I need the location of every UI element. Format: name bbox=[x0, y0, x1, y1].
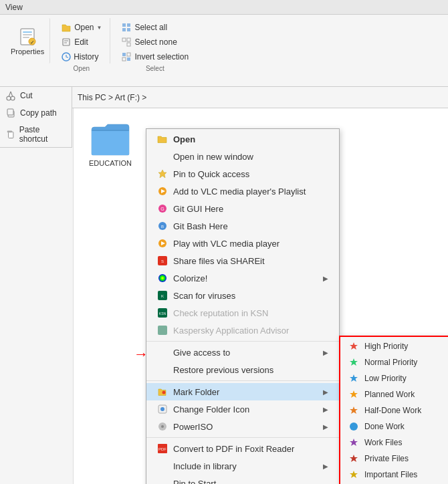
svg-point-60 bbox=[350, 422, 358, 431]
planned-work-icon bbox=[348, 389, 359, 400]
svg-text:G: G bbox=[160, 207, 164, 211]
menu-change-icon-label: Change Folder Icon bbox=[173, 404, 249, 414]
sidebar bbox=[0, 108, 74, 484]
properties-label: Properties bbox=[11, 47, 44, 55]
menu-pin-start-label: Pin to Start bbox=[173, 479, 216, 485]
invert-selection-button[interactable]: Invert selection bbox=[118, 50, 191, 64]
menu-poweriso-label: PowerISO bbox=[173, 422, 213, 432]
menu-colorize-label: Colorize! bbox=[173, 273, 207, 283]
select-group-label: Select bbox=[118, 65, 191, 72]
svg-rect-18 bbox=[127, 57, 130, 61]
ribbon-top-bar: View bbox=[0, 0, 448, 15]
menu-item-vlc-play[interactable]: Play with VLC media player bbox=[146, 235, 339, 252]
svg-rect-11 bbox=[127, 23, 130, 27]
submenu-private-files[interactable]: Private Files bbox=[340, 451, 448, 467]
menu-vlc-playlist-label: Add to VLC media player's Playlist bbox=[173, 187, 306, 197]
menu-item-open-new-window[interactable]: Open in new window bbox=[146, 148, 339, 165]
menu-item-restore-versions[interactable]: Restore previous versions bbox=[146, 361, 339, 378]
menu-item-give-access[interactable]: Give access to ▶ bbox=[146, 344, 339, 361]
menu-vlc-play-label: Play with VLC media player bbox=[173, 239, 279, 249]
menu-item-change-icon[interactable]: Change Folder Icon ▶ bbox=[146, 400, 339, 418]
menu-item-vlc-playlist[interactable]: Add to VLC media player's Playlist bbox=[146, 183, 339, 200]
menu-open-label: Open bbox=[173, 134, 195, 144]
svg-marker-57 bbox=[350, 374, 358, 382]
submenu-done-work[interactable]: Done Work bbox=[340, 418, 448, 435]
svg-text:✓: ✓ bbox=[30, 39, 35, 45]
submenu-low-priority[interactable]: Low Priority bbox=[340, 370, 448, 386]
change-icon-icon bbox=[157, 404, 168, 414]
cut-button[interactable]: Cut bbox=[0, 87, 72, 104]
svg-rect-44 bbox=[158, 326, 167, 335]
normal-priority-icon bbox=[348, 357, 359, 368]
history-button[interactable]: History bbox=[58, 50, 104, 64]
address-path: This PC > Art (F:) > bbox=[78, 93, 146, 102]
svg-rect-3 bbox=[23, 37, 29, 38]
scan-virus-icon: K bbox=[157, 290, 168, 301]
menu-item-shareit[interactable]: S Share files via SHAREit bbox=[146, 252, 339, 269]
open-dropdown-arrow: ▼ bbox=[97, 25, 102, 31]
menu-item-pin-quick[interactable]: Pin to Quick access bbox=[146, 165, 339, 183]
svg-marker-63 bbox=[350, 471, 358, 478]
shareit-icon: S bbox=[157, 255, 168, 266]
submenu-important-files-label: Important Files bbox=[364, 470, 417, 479]
give-access-icon bbox=[157, 347, 168, 358]
invert-selection-icon bbox=[121, 51, 132, 62]
folder-item[interactable]: EDUCATION bbox=[84, 122, 137, 167]
menu-item-pin-start[interactable]: Pin to Start bbox=[146, 475, 339, 484]
copy-path-button[interactable]: Copy path bbox=[0, 104, 72, 122]
menu-item-convert-pdf[interactable]: PDF Convert to PDF in Foxit Reader bbox=[146, 440, 339, 457]
menu-item-git-gui[interactable]: G Git GUI Here bbox=[146, 200, 339, 217]
svg-text:S: S bbox=[161, 259, 164, 263]
git-bash-icon: B bbox=[157, 221, 168, 231]
svg-point-47 bbox=[160, 407, 164, 411]
pin-start-icon bbox=[157, 478, 168, 484]
submenu-normal-priority[interactable]: Normal Priority bbox=[340, 354, 448, 370]
submenu-high-priority-label: High Priority bbox=[364, 342, 408, 351]
menu-item-check-reputation[interactable]: KSN Check reputation in KSN bbox=[146, 304, 339, 322]
svg-rect-13 bbox=[127, 28, 130, 31]
svg-rect-14 bbox=[122, 38, 126, 41]
menu-item-colorize[interactable]: Colorize! ▶ bbox=[146, 269, 339, 287]
menu-item-scan-virus[interactable]: K Scan for viruses bbox=[146, 287, 339, 304]
colorize-icon bbox=[157, 273, 168, 283]
submenu-half-done[interactable]: Half-Done Work bbox=[340, 402, 448, 418]
svg-rect-26 bbox=[7, 109, 13, 115]
separator-3 bbox=[146, 437, 339, 438]
svg-rect-1 bbox=[23, 31, 32, 33]
menu-item-poweriso[interactable]: PowerISO ▶ bbox=[146, 418, 339, 435]
svg-rect-19 bbox=[127, 53, 130, 56]
main-content: EDUCATION → Open Open in new window Pin … bbox=[74, 108, 448, 484]
edit-button[interactable]: Edit bbox=[58, 35, 104, 49]
submenu-planned-work[interactable]: Planned Work bbox=[340, 386, 448, 402]
select-none-button[interactable]: Select none bbox=[118, 35, 191, 49]
select-all-button[interactable]: Select all bbox=[118, 21, 191, 34]
mark-folder-icon bbox=[157, 386, 168, 397]
svg-marker-56 bbox=[350, 358, 358, 366]
svg-text:B: B bbox=[161, 225, 164, 229]
svg-text:KSN: KSN bbox=[159, 312, 166, 316]
context-menu: Open Open in new window Pin to Quick acc… bbox=[146, 128, 340, 484]
open-button[interactable]: Open ▼ bbox=[58, 21, 104, 34]
submenu-normal-priority-label: Normal Priority bbox=[364, 358, 417, 367]
high-priority-icon bbox=[348, 341, 359, 352]
svg-point-45 bbox=[162, 391, 166, 394]
cut-icon bbox=[5, 90, 16, 101]
submenu-important-files[interactable]: Important Files bbox=[340, 467, 448, 483]
submenu-work-files[interactable]: Work Files bbox=[340, 435, 448, 451]
svg-rect-2 bbox=[23, 34, 32, 35]
submenu-high-priority[interactable]: High Priority bbox=[340, 338, 448, 354]
svg-text:PDF: PDF bbox=[158, 447, 166, 451]
folder-icon bbox=[90, 122, 130, 156]
menu-item-include-library[interactable]: Include in library ▶ bbox=[146, 457, 339, 475]
copy-path-label: Copy path bbox=[20, 108, 57, 118]
submenu-work-files-label: Work Files bbox=[364, 438, 402, 447]
menu-item-git-bash[interactable]: B Git Bash Here bbox=[146, 217, 339, 235]
svg-rect-17 bbox=[122, 53, 126, 56]
ribbon: View ✓ Properties Open bbox=[0, 0, 448, 87]
menu-item-kaspersky-advisor[interactable]: Kaspersky Application Advisor bbox=[146, 322, 339, 339]
paste-shortcut-button[interactable]: Paste shortcut bbox=[0, 122, 72, 147]
menu-item-mark-folder[interactable]: Mark Folder ▶ bbox=[146, 383, 339, 400]
menu-item-open[interactable]: Open bbox=[146, 130, 339, 148]
git-gui-icon: G bbox=[157, 203, 168, 214]
properties-button[interactable]: ✓ Properties bbox=[5, 18, 50, 64]
